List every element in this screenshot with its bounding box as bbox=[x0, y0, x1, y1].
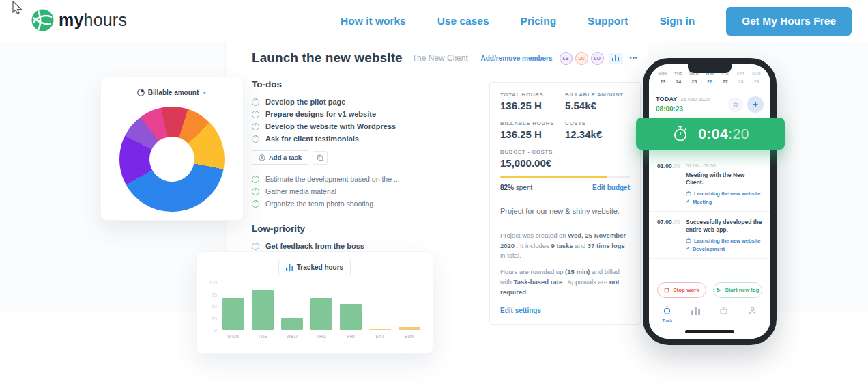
log-project[interactable]: Launching the new website bbox=[686, 238, 762, 244]
nav-link-use-cases[interactable]: Use cases bbox=[437, 15, 489, 27]
todo-item[interactable]: Develop the website with Wordpress bbox=[252, 120, 470, 133]
member-avatar-lo[interactable]: LO bbox=[591, 52, 604, 65]
time-log-entry[interactable]: 01:00:0007:00 - 08:00Meeting with the Ne… bbox=[649, 156, 770, 212]
log-body: 07:00 - 08:00Meeting with the New Client… bbox=[686, 163, 762, 205]
check-circle-icon[interactable] bbox=[252, 135, 259, 143]
budget-progress-fill bbox=[500, 176, 607, 178]
check-icon: ✓ bbox=[686, 246, 690, 251]
billable-amount-dropdown[interactable]: Billable amount ▼ bbox=[130, 85, 214, 100]
check-circle-icon[interactable] bbox=[252, 243, 259, 250]
check-circle-icon[interactable] bbox=[252, 111, 259, 118]
today-date: 26 Nov 2020 bbox=[681, 96, 710, 102]
myhours-logo[interactable]: myhours bbox=[31, 9, 127, 31]
metric-value: 136.25 H bbox=[500, 128, 565, 140]
metric-value: 136.25 H bbox=[500, 100, 565, 111]
today-tracked-time: 08:00:23 bbox=[656, 105, 710, 113]
bars-group bbox=[222, 282, 420, 330]
week-day-fri[interactable]: FRI27 bbox=[717, 72, 733, 84]
todo-item[interactable]: Organize the team photo shooting bbox=[252, 197, 470, 210]
favorites-button[interactable]: ☆ bbox=[728, 97, 743, 112]
week-day-sat[interactable]: SAT28 bbox=[733, 72, 749, 84]
drag-handle[interactable] bbox=[238, 228, 244, 228]
member-avatars: LSLCLO bbox=[560, 52, 604, 65]
week-day-mon[interactable]: MON23 bbox=[655, 72, 671, 84]
phone-mockup: MON23TUE24WED25THU26FRI27SAT28SUN29 TODA… bbox=[643, 58, 777, 345]
todo-item[interactable]: Ask for client testimonials bbox=[252, 133, 470, 145]
home-indicator[interactable] bbox=[685, 330, 734, 333]
add-log-button[interactable]: + bbox=[747, 96, 764, 113]
percent-spent-text: 82% spent bbox=[500, 184, 532, 191]
log-task[interactable]: ✓Meeting bbox=[686, 199, 762, 205]
project-chart-button[interactable] bbox=[609, 53, 623, 64]
todo-section-heading: To-dos bbox=[252, 79, 470, 89]
todo-item[interactable]: Gather media material bbox=[252, 185, 470, 197]
spent-row: 82% spent Edit budget bbox=[500, 184, 630, 191]
nav-link-pricing[interactable]: Pricing bbox=[521, 15, 557, 27]
check-circle-icon-done[interactable] bbox=[252, 200, 259, 208]
add-remove-members-link[interactable]: Add/remove members bbox=[481, 55, 553, 62]
todo-item-label: Organize the team photo shooting bbox=[265, 199, 373, 208]
log-project[interactable]: Launching the new website bbox=[686, 191, 762, 197]
metric-billable-amount: BILLABLE AMOUNT5.54k€ bbox=[565, 92, 630, 111]
tab-chart[interactable] bbox=[682, 305, 710, 322]
tab-label: Track bbox=[653, 318, 682, 322]
billing-info-paragraph: Hours are rounded up (15 min) and billed… bbox=[500, 267, 630, 297]
check-circle-icon-done[interactable] bbox=[252, 176, 259, 183]
x-axis-tick: SAT bbox=[369, 334, 391, 339]
tab-person[interactable] bbox=[738, 305, 767, 322]
tracked-hours-button[interactable]: Tracked hours bbox=[278, 260, 351, 275]
tab-briefcase[interactable] bbox=[710, 305, 738, 322]
edit-settings-link[interactable]: Edit settings bbox=[500, 307, 541, 314]
edit-budget-link[interactable]: Edit budget bbox=[592, 184, 630, 191]
duplicate-task-button[interactable] bbox=[313, 151, 328, 165]
y-axis-tick: 100 bbox=[203, 280, 217, 285]
running-timer-bar[interactable]: 0:04:20 bbox=[636, 118, 785, 150]
metric-label: COSTS bbox=[565, 120, 630, 126]
todo-item-label: Estimate the development based on the ..… bbox=[265, 175, 400, 183]
week-day-thu[interactable]: THU26 bbox=[702, 72, 718, 84]
bar-tue bbox=[252, 290, 274, 330]
week-day-wed[interactable]: WED25 bbox=[686, 72, 702, 84]
add-task-button[interactable]: Add a task bbox=[252, 150, 308, 165]
chart-icon bbox=[691, 305, 700, 317]
member-avatar-ls[interactable]: LS bbox=[560, 52, 573, 65]
nav-link-sign-in[interactable]: Sign in bbox=[660, 15, 695, 27]
bar-chart-icon bbox=[612, 55, 619, 61]
todo-item[interactable]: Prepare designs for v1 website bbox=[252, 108, 470, 120]
week-day-tue[interactable]: TUE24 bbox=[671, 72, 686, 84]
time-log-entry[interactable]: 07:00:00Successfully developed the entir… bbox=[649, 212, 770, 259]
get-my-hours-free-button[interactable]: Get My Hours Free bbox=[726, 7, 852, 36]
check-circle-icon-done[interactable] bbox=[252, 188, 259, 195]
tab-track[interactable]: Track bbox=[653, 305, 682, 322]
play-icon bbox=[716, 288, 721, 293]
nav-link-support[interactable]: Support bbox=[588, 15, 628, 27]
drag-handle[interactable] bbox=[238, 245, 244, 245]
y-axis-tick: 75 bbox=[203, 292, 217, 297]
day-number: 26 bbox=[702, 79, 718, 84]
log-body: Successfully developed the entire web ap… bbox=[686, 219, 762, 252]
stop-work-button[interactable]: Stop work bbox=[657, 282, 706, 298]
day-name: SUN bbox=[749, 72, 764, 76]
member-avatar-lc[interactable]: LC bbox=[575, 52, 588, 65]
project-info-paragraph: Project was created on Wed, 25 November … bbox=[500, 231, 630, 261]
today-info: TODAY 26 Nov 2020 08:00:23 bbox=[656, 96, 710, 113]
todo-item[interactable]: Get feedback from the boss bbox=[252, 240, 470, 252]
log-title: Successfully developed the entire web ap… bbox=[686, 219, 762, 234]
budget-label: BUDGET - COSTS bbox=[500, 149, 630, 155]
metrics-grid: TOTAL HOURS136.25 HBILLABLE AMOUNT5.54k€… bbox=[500, 92, 630, 140]
todo-item[interactable]: Estimate the development based on the ..… bbox=[252, 173, 470, 185]
start-new-log-button[interactable]: Start new log bbox=[713, 282, 762, 298]
metric-label: BILLABLE AMOUNT bbox=[565, 92, 630, 98]
top-navigation-bar: myhours How it worksUse casesPricingSupp… bbox=[0, 0, 868, 42]
check-circle-icon[interactable] bbox=[252, 98, 259, 106]
day-number: 29 bbox=[749, 79, 764, 84]
metric-label: TOTAL HOURS bbox=[500, 92, 565, 98]
week-day-sun[interactable]: SUN29 bbox=[749, 72, 764, 84]
copy-icon bbox=[317, 154, 323, 161]
nav-link-how-it-works[interactable]: How it works bbox=[341, 15, 406, 27]
todo-item[interactable]: Develop the pilot page bbox=[252, 96, 470, 108]
log-duration: 07:00:00 bbox=[657, 219, 686, 252]
check-circle-icon[interactable] bbox=[252, 123, 259, 130]
log-task[interactable]: ✓Development bbox=[686, 246, 762, 252]
more-options-button[interactable]: ••• bbox=[630, 55, 638, 61]
